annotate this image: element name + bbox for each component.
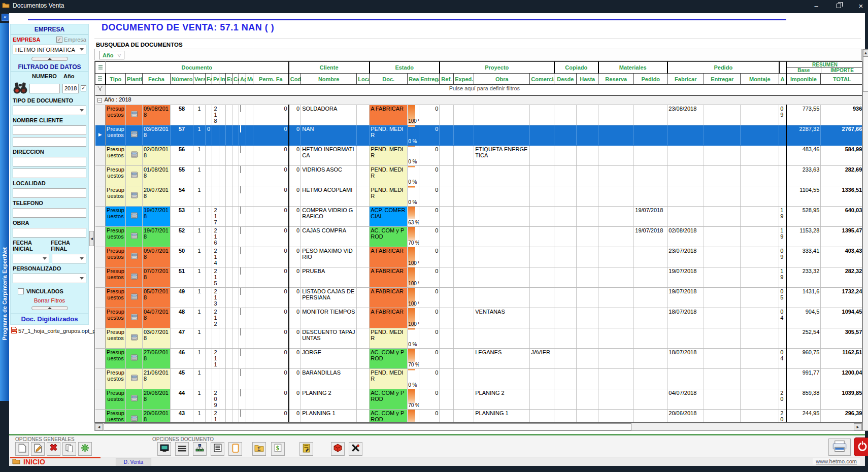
red-cube-button[interactable]: [331, 442, 345, 456]
col-header-exped-[interactable]: Exped.: [454, 74, 474, 85]
col-header-reserva[interactable]: Reserva: [598, 74, 634, 85]
vertical-scrollbar[interactable]: ▲: [862, 49, 868, 431]
delete-document-button[interactable]: [47, 442, 60, 456]
col-header-nombre[interactable]: Nombre: [301, 74, 357, 85]
checkbox[interactable]: [240, 389, 241, 396]
checkbox[interactable]: [240, 288, 241, 295]
checkbox[interactable]: [240, 125, 241, 132]
list-document-button[interactable]: [211, 442, 224, 456]
col-header-pe[interactable]: Pe: [212, 74, 219, 85]
lines-button[interactable]: [175, 442, 189, 456]
cancel-x-button[interactable]: [349, 442, 362, 456]
table-row[interactable]: Presupuestos20/06/20184312100PLANNING 1A…: [95, 410, 863, 423]
sidebar-collapse-button[interactable]: ◄: [89, 231, 94, 246]
col-header-ag[interactable]: Ag: [239, 74, 246, 85]
horizontal-scroll-thumb[interactable]: [104, 423, 631, 430]
restore-icon[interactable]: [836, 3, 842, 9]
column-group-documento[interactable]: Documento: [106, 62, 289, 74]
col-header-im[interactable]: Im: [219, 74, 226, 85]
preview-monitor-button[interactable]: [157, 442, 171, 456]
direccion-input-1[interactable]: [13, 157, 86, 166]
col-header-importe-total[interactable]: TOTAL: [821, 74, 862, 85]
close-icon[interactable]: ×: [858, 3, 864, 9]
anio-input[interactable]: [62, 84, 79, 93]
money-button[interactable]: $: [271, 442, 285, 456]
col-header-fas[interactable]: Fas: [206, 74, 212, 85]
checkbox[interactable]: [240, 227, 241, 234]
scroll-left-icon[interactable]: ◄: [95, 423, 103, 430]
table-row[interactable]: Presupuestos20/07/201854100HETMO ACOPLAM…: [95, 186, 863, 207]
table-row[interactable]: Presupuestos02/08/201856100HETMO INFORMA…: [95, 146, 863, 166]
nombre-cliente-input-2[interactable]: [13, 137, 86, 147]
col-header-tipo[interactable]: Tipo: [106, 74, 126, 85]
empresa-select[interactable]: HETMO INFORMATICA: [13, 45, 86, 54]
col-header-rea[interactable]: Rea: [408, 74, 419, 85]
checkbox[interactable]: [240, 247, 241, 254]
checkbox[interactable]: [240, 105, 241, 112]
table-row[interactable]: Presupuestos09/08/201858121800SOLDADORAA…: [95, 105, 863, 125]
checkbox[interactable]: [240, 308, 241, 315]
checkbox[interactable]: [240, 328, 241, 335]
col-header-plantilla[interactable]: Plantilla: [126, 74, 143, 85]
numero-input[interactable]: [29, 84, 60, 93]
localidad-input[interactable]: [13, 188, 86, 198]
anio-checkbox[interactable]: ✓: [81, 85, 86, 91]
column-group-a[interactable]: [779, 62, 786, 74]
new-document-button[interactable]: [15, 442, 29, 456]
checkbox[interactable]: [240, 146, 241, 153]
col-header-localida[interactable]: Localida: [357, 74, 370, 85]
scroll-right-icon[interactable]: ►: [854, 423, 862, 430]
folder-sum-button[interactable]: Σ: [252, 442, 266, 456]
notes-button[interactable]: [299, 442, 313, 456]
col-header-fabricar[interactable]: Fabricar: [667, 74, 704, 85]
copy-document-button[interactable]: [62, 442, 76, 456]
table-row[interactable]: Presupuestos20/06/201844120900PLANING 2A…: [95, 389, 863, 410]
vertical-scroll-thumb[interactable]: [863, 56, 868, 92]
table-row[interactable]: ▶Presupuestos03/08/2018571000NANPEND. ME…: [95, 125, 863, 146]
col-header-codi[interactable]: Codi: [289, 74, 301, 85]
group-by-anio-chip[interactable]: Año ▽: [99, 51, 124, 59]
table-row[interactable]: Presupuestos21/06/201845100BARANDILLASPE…: [95, 369, 863, 389]
borrar-filtros-link[interactable]: Borrar Fitros: [11, 297, 88, 304]
col-header-montaje[interactable]: Montaje: [741, 74, 779, 85]
table-row[interactable]: Presupuestos19/07/201852121600CAJAS COMP…: [95, 227, 863, 247]
col-header-desde[interactable]: Desde: [554, 74, 577, 85]
column-group-pedido[interactable]: Pedido: [667, 62, 779, 74]
empty-page-button[interactable]: [228, 442, 242, 456]
exit-button[interactable]: [854, 437, 868, 456]
personalizado-select[interactable]: [13, 274, 86, 283]
empresa-checkbox[interactable]: ✓: [56, 37, 62, 43]
year-group-cell[interactable]: −Año : 2018: [95, 95, 863, 105]
col-header-obra[interactable]: Obra: [474, 74, 530, 85]
table-row[interactable]: Presupuestos27/06/201846121100JORGEAC. C…: [95, 349, 863, 369]
col-header-pedido[interactable]: Pedido: [634, 74, 667, 85]
collapse-pill[interactable]: [31, 57, 68, 61]
tab-inicio[interactable]: INICIO: [12, 458, 45, 466]
col-header-entregar[interactable]: Entregar: [704, 74, 741, 85]
obra-input[interactable]: [13, 228, 86, 238]
col-header-perm-fa[interactable]: Perm. Fa: [253, 74, 289, 85]
telefono-input[interactable]: [13, 208, 86, 218]
table-row[interactable]: Presupuestos07/07/201851121500PRUEBAA FA…: [95, 267, 863, 288]
col-header-ref-[interactable]: Ref.: [440, 74, 454, 85]
tab-d-venta[interactable]: D. Venta: [116, 458, 151, 466]
filter-dropdown-icon[interactable]: ▽: [117, 53, 121, 58]
digitalized-doc-item[interactable]: PDF 57_1_hoja_corte_grupos.opt_pre: [10, 325, 89, 336]
horizontal-scrollbar[interactable]: ◄ ►: [94, 423, 862, 431]
vinculados-checkbox[interactable]: [18, 288, 24, 294]
col-header-co[interactable]: Co: [232, 74, 239, 85]
direccion-input-2[interactable]: [13, 168, 86, 178]
scroll-up-icon[interactable]: ▲: [863, 49, 868, 56]
col-header-fecha[interactable]: Fecha: [143, 74, 171, 85]
checkbox[interactable]: [240, 369, 241, 376]
column-group-cliente[interactable]: Cliente: [289, 62, 370, 74]
table-row[interactable]: Presupuestos04/07/201848121200MONITOR TI…: [95, 308, 863, 328]
fecha-inicial-select[interactable]: [13, 254, 49, 263]
tipo-documento-select[interactable]: [13, 106, 86, 115]
collapse-panel-icon[interactable]: «: [2, 14, 9, 21]
table-row[interactable]: Presupuestos09/07/201850121400PESO MAXIM…: [95, 247, 863, 267]
filter-hint[interactable]: Pulse aquí para definir filtros: [106, 85, 863, 95]
col-header-doc-[interactable]: Doc.: [370, 74, 408, 85]
minimize-icon[interactable]: –: [813, 3, 819, 9]
checkbox[interactable]: [240, 207, 241, 214]
